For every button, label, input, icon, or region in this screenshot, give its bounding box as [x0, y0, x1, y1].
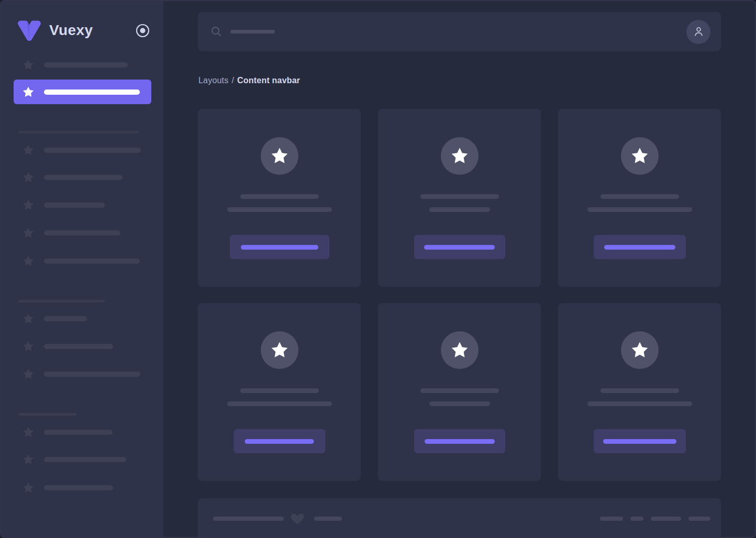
menu-label-skeleton [44, 203, 105, 208]
sidebar-item[interactable] [22, 453, 126, 466]
star-icon [22, 255, 35, 267]
breadcrumb-current: Content navbar [237, 76, 300, 85]
card-title-skeleton [601, 194, 679, 199]
menu-label-skeleton [44, 175, 123, 180]
sidebar-item[interactable] [22, 340, 113, 353]
sidebar-item-active[interactable] [14, 80, 151, 104]
demo-card [378, 303, 541, 481]
card-title-skeleton [420, 194, 499, 199]
sidebar-menu [1, 1, 163, 537]
menu-label-skeleton [44, 372, 140, 377]
sidebar: Vuexy [1, 1, 163, 537]
menu-label-skeleton [44, 89, 140, 95]
card-avatar [441, 331, 479, 369]
card-subtitle-skeleton [227, 401, 332, 406]
star-icon [22, 59, 35, 71]
search-icon [210, 26, 223, 38]
menu-label-skeleton [44, 230, 120, 236]
button-label-skeleton [241, 245, 318, 250]
sidebar-item[interactable] [22, 254, 140, 268]
card-title-skeleton [601, 388, 679, 393]
demo-card [558, 109, 721, 287]
card-button[interactable] [594, 235, 686, 259]
heart-icon [290, 511, 306, 526]
star-icon [22, 86, 35, 98]
sidebar-item[interactable] [22, 58, 128, 72]
sidebar-item[interactable] [22, 226, 120, 240]
user-avatar[interactable] [686, 20, 710, 44]
card-subtitle-skeleton [587, 207, 692, 212]
sidebar-item[interactable] [22, 481, 113, 495]
menu-label-skeleton [44, 485, 113, 490]
breadcrumb-separator: / [231, 76, 234, 85]
button-label-skeleton [604, 245, 675, 250]
footer-link-skeleton [630, 517, 643, 521]
button-label-skeleton [603, 439, 676, 444]
card-subtitle-skeleton [429, 401, 490, 406]
breadcrumb-parent[interactable]: Layouts [198, 76, 228, 85]
card-avatar [261, 331, 298, 369]
star-icon [22, 171, 35, 184]
footer-link-skeleton [651, 517, 681, 521]
card-title-skeleton [240, 194, 319, 199]
button-label-skeleton [424, 245, 495, 250]
sidebar-item[interactable] [22, 171, 123, 184]
demo-card [378, 109, 541, 287]
cards-grid [198, 109, 721, 481]
menu-label-skeleton [44, 62, 128, 68]
card-title-skeleton [240, 388, 319, 393]
star-icon [22, 368, 35, 380]
sidebar-section-heading-skeleton [18, 131, 139, 133]
card-title-skeleton [420, 388, 499, 393]
sidebar-item[interactable] [22, 198, 105, 212]
person-icon [693, 26, 705, 38]
card-subtitle-skeleton [227, 207, 332, 212]
footer-card [198, 498, 721, 538]
demo-card [198, 109, 361, 287]
card-avatar [621, 137, 659, 175]
sidebar-section-heading-skeleton [18, 413, 77, 416]
footer-link-skeleton [600, 517, 623, 521]
breadcrumb: Layouts/Content navbar [198, 76, 300, 85]
sidebar-section-heading-skeleton [18, 300, 105, 302]
card-avatar [441, 137, 479, 175]
app-screen: Vuexy Layouts/Conte [0, 0, 756, 538]
card-button[interactable] [234, 429, 325, 453]
menu-label-skeleton [44, 259, 140, 264]
menu-label-skeleton [44, 316, 87, 321]
card-avatar [621, 331, 659, 369]
footer-links [600, 517, 710, 521]
star-icon [22, 453, 35, 466]
menu-label-skeleton [44, 430, 113, 435]
card-button[interactable] [414, 235, 505, 259]
card-subtitle-skeleton [587, 401, 692, 406]
star-icon [22, 144, 35, 156]
button-label-skeleton [425, 439, 495, 444]
card-button[interactable] [594, 429, 686, 453]
sidebar-item[interactable] [22, 367, 140, 381]
star-icon [22, 227, 35, 239]
button-label-skeleton [245, 439, 314, 444]
star-icon [22, 340, 35, 353]
star-icon [22, 199, 35, 211]
footer-text-skeleton [314, 517, 342, 521]
top-navbar [198, 12, 721, 51]
demo-card [198, 303, 361, 481]
card-avatar [261, 137, 298, 175]
search-input[interactable] [210, 26, 686, 38]
card-subtitle-skeleton [429, 207, 490, 212]
sidebar-item[interactable] [22, 143, 141, 157]
star-icon [22, 426, 35, 439]
demo-card [558, 303, 721, 481]
card-button[interactable] [230, 235, 329, 259]
search-placeholder-skeleton [230, 30, 275, 33]
sidebar-item[interactable] [22, 312, 87, 326]
menu-label-skeleton [44, 457, 126, 462]
card-button[interactable] [414, 429, 505, 453]
footer-text-skeleton [213, 517, 284, 521]
sidebar-item[interactable] [22, 425, 113, 439]
footer-link-skeleton [688, 517, 710, 521]
menu-label-skeleton [44, 148, 141, 153]
star-icon [22, 481, 35, 494]
star-icon [22, 312, 35, 325]
